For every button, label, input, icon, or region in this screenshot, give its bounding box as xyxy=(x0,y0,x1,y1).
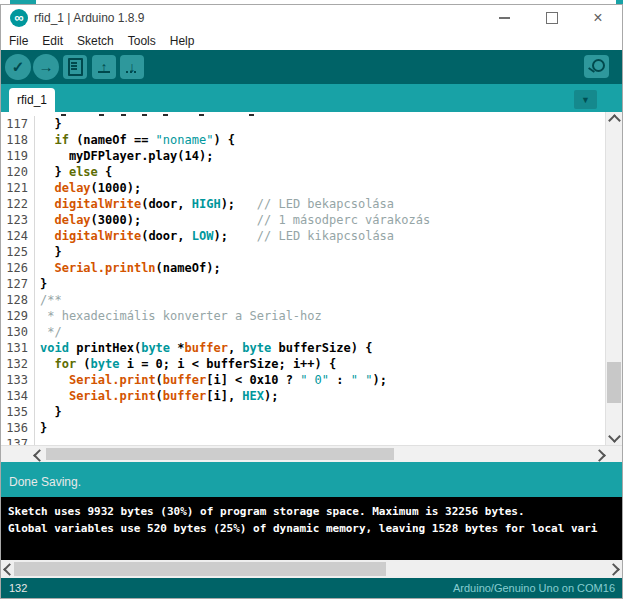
console-lines: Sketch uses 9932 bytes (30%) of program … xyxy=(1,497,622,537)
tab-bar: rfid_1 ▼ xyxy=(1,84,622,112)
menu-bar: FileEditSketchToolsHelp xyxy=(1,31,622,50)
code-line: 118 if (nameOf == "noname") { xyxy=(1,132,606,148)
document-icon xyxy=(68,58,83,76)
code-lines: 117 }118 if (nameOf == "noname") {119 my… xyxy=(1,116,606,445)
code-line: 129 * hexadecimális konverter a Serial-h… xyxy=(1,308,606,324)
code-line: 136} xyxy=(1,420,606,436)
vertical-scrollbar[interactable] xyxy=(605,112,622,445)
line-number: 137 xyxy=(1,436,35,445)
line-number: 134 xyxy=(1,388,35,404)
console-scroll-right-arrow-icon[interactable] xyxy=(607,563,620,576)
code-text: myDFPlayer.play(14); xyxy=(35,148,213,164)
line-number: 133 xyxy=(1,372,35,388)
verify-button[interactable]: ✓ xyxy=(5,54,31,80)
underline-icon xyxy=(98,71,110,73)
code-text: Serial.println(nameOf); xyxy=(35,260,221,276)
minimize-button[interactable] xyxy=(487,5,521,31)
line-number: 122 xyxy=(1,196,35,212)
new-sketch-button[interactable] xyxy=(63,55,87,79)
code-line: 128/** xyxy=(1,292,606,308)
code-text xyxy=(35,436,40,445)
line-number: 119 xyxy=(1,148,35,164)
status-bar: Done Saving. xyxy=(1,462,622,497)
board-port-indicator: Arduino/Genuino Uno on COM16 xyxy=(453,582,615,594)
code-text: void printHex(byte *buffer, byte bufferS… xyxy=(35,340,372,356)
maximize-button[interactable] xyxy=(535,5,569,31)
menu-item-help[interactable]: Help xyxy=(170,34,195,48)
menu-item-tools[interactable]: Tools xyxy=(128,34,156,48)
line-number: 132 xyxy=(1,356,35,372)
line-number: 126 xyxy=(1,260,35,276)
code-line: 123 delay(3000); // 1 másodperc várakozá… xyxy=(1,212,606,228)
console-horizontal-scrollbar-thumb[interactable] xyxy=(14,562,386,576)
arduino-logo-icon: ∞ xyxy=(10,9,28,27)
menu-item-sketch[interactable]: Sketch xyxy=(77,34,114,48)
code-text: Serial.print(buffer[i] < 0x10 ? " 0" : "… xyxy=(35,372,387,388)
maximize-icon xyxy=(546,12,558,24)
serial-monitor-button[interactable] xyxy=(584,55,609,78)
code-text: } xyxy=(35,244,62,260)
code-line: 124 digitalWrite(door, LOW); // LED kika… xyxy=(1,228,606,244)
code-text: } xyxy=(35,116,62,132)
code-line: 127} xyxy=(1,276,606,292)
title-bar: ∞ rfid_1 | Arduino 1.8.9 × xyxy=(1,5,622,31)
code-text: } xyxy=(35,276,47,292)
screen: ∞ rfid_1 | Arduino 1.8.9 × FileEditSketc… xyxy=(0,0,623,600)
save-button[interactable]: ↓ xyxy=(120,55,144,79)
code-line: 131void printHex(byte *buffer, byte buff… xyxy=(1,340,606,356)
line-number: 130 xyxy=(1,324,35,340)
scroll-left-arrow-icon[interactable] xyxy=(33,449,46,462)
scroll-down-arrow-icon[interactable] xyxy=(608,430,621,443)
code-text: delay(3000); // 1 másodperc várakozás xyxy=(35,212,430,228)
code-text: for (byte i = 0; i < bufferSize; i++) { xyxy=(35,356,336,372)
close-button[interactable]: × xyxy=(581,5,615,31)
code-text: Serial.print(buffer[i], HEX); xyxy=(35,388,278,404)
menu-item-file[interactable]: File xyxy=(9,34,28,48)
tab-rfid_1[interactable]: rfid_1 xyxy=(9,88,55,112)
editor-horizontal-scrollbar[interactable] xyxy=(1,445,622,463)
scroll-up-arrow-icon[interactable] xyxy=(608,114,621,127)
line-number: 135 xyxy=(1,404,35,420)
line-number: 117 xyxy=(1,116,35,132)
line-number: 118 xyxy=(1,132,35,148)
open-button[interactable]: ↑ xyxy=(92,55,116,79)
code-text: } xyxy=(35,420,47,436)
code-line: 121 delay(1000); xyxy=(1,180,606,196)
caret-line-indicator: 132 xyxy=(9,582,27,594)
tab-list-dropdown-button[interactable]: ▼ xyxy=(574,90,597,109)
minimize-icon xyxy=(499,17,510,19)
line-number: 128 xyxy=(1,292,35,308)
editor-horizontal-scrollbar-thumb[interactable] xyxy=(46,448,394,460)
code-text: digitalWrite(door, LOW); // LED kikapcso… xyxy=(35,228,394,244)
build-console: Sketch uses 9932 bytes (30%) of program … xyxy=(1,497,622,560)
line-number: 125 xyxy=(1,244,35,260)
dotted-underline-icon xyxy=(126,71,138,73)
line-number: 129 xyxy=(1,308,35,324)
code-line: 134 Serial.print(buffer[i], HEX); xyxy=(1,388,606,404)
upload-button[interactable]: → xyxy=(33,54,59,80)
console-horizontal-scrollbar[interactable] xyxy=(1,560,622,578)
code-area[interactable]: 117 }118 if (nameOf == "noname") {119 my… xyxy=(1,112,606,445)
code-line: 119 myDFPlayer.play(14); xyxy=(1,148,606,164)
code-text: digitalWrite(door, HIGH); // LED bekapcs… xyxy=(35,196,394,212)
line-number: 127 xyxy=(1,276,35,292)
line-number: 136 xyxy=(1,420,35,436)
vertical-scrollbar-thumb[interactable] xyxy=(607,362,621,403)
status-message: Done Saving. xyxy=(9,475,81,489)
code-line: 137 xyxy=(1,436,606,445)
scroll-right-arrow-icon[interactable] xyxy=(593,449,606,462)
menu-item-edit[interactable]: Edit xyxy=(42,34,63,48)
code-line: 120 } else { xyxy=(1,164,606,180)
code-text: } xyxy=(35,404,62,420)
code-line: 130 */ xyxy=(1,324,606,340)
code-text: delay(1000); xyxy=(35,180,141,196)
line-number: 123 xyxy=(1,212,35,228)
chevron-down-icon: ▼ xyxy=(581,95,590,105)
console-line: Sketch uses 9932 bytes (30%) of program … xyxy=(1,503,622,520)
code-line: 135 } xyxy=(1,404,606,420)
toolbar: ✓ → ↑ ↓ xyxy=(1,50,622,84)
right-arrow-icon: → xyxy=(39,61,54,73)
code-editor[interactable]: 117 }118 if (nameOf == "noname") {119 my… xyxy=(1,112,622,445)
code-line: 125 } xyxy=(1,244,606,260)
close-icon: × xyxy=(593,10,602,26)
